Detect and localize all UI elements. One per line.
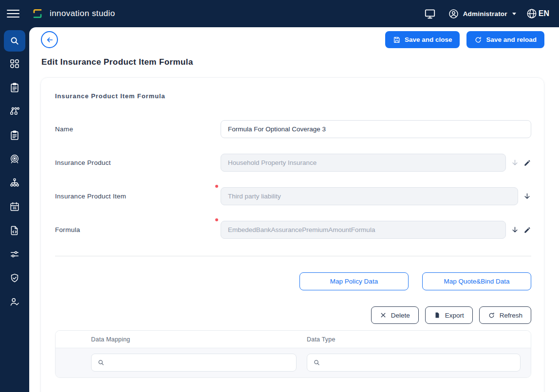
category-icon xyxy=(9,58,20,69)
sidebar-item-workflow[interactable] xyxy=(0,99,29,123)
user-name: Administrator xyxy=(463,10,507,18)
clipboard-icon xyxy=(9,82,20,93)
formula-input[interactable] xyxy=(221,221,506,239)
insurance-product-item-input[interactable] xyxy=(221,187,518,205)
section-title: Insurance Product Item Formula xyxy=(55,92,531,100)
edit-pencil-icon[interactable] xyxy=(523,159,531,167)
insurance-product-label: Insurance Product xyxy=(55,159,221,166)
sidebar: 31 xyxy=(0,27,29,392)
svg-text:31: 31 xyxy=(13,206,17,210)
sliders-icon xyxy=(9,249,20,260)
column-header-data-mapping: Data Mapping xyxy=(91,336,307,343)
map-quote-bind-data-button[interactable]: Map Quote&Bind Data xyxy=(422,272,531,290)
field-row-insurance-product-item: Insurance Product Item xyxy=(55,187,531,205)
reload-icon xyxy=(474,36,482,44)
dropdown-arrow-icon[interactable] xyxy=(511,226,519,234)
save-and-close-label: Save and close xyxy=(405,36,452,43)
user-menu[interactable]: Administrator xyxy=(448,8,516,19)
file-code-icon xyxy=(9,225,20,236)
sidebar-item-category[interactable] xyxy=(0,52,29,75)
search-icon xyxy=(9,36,20,46)
back-button[interactable] xyxy=(41,31,58,48)
insurance-product-item-label: Insurance Product Item xyxy=(55,193,221,200)
sidebar-item-tasks[interactable] xyxy=(0,75,29,99)
formula-label: Formula xyxy=(55,226,221,233)
refresh-label: Refresh xyxy=(500,312,522,319)
sidebar-item-file-code[interactable] xyxy=(0,218,29,242)
shield-check-icon xyxy=(9,273,20,284)
sidebar-item-search[interactable] xyxy=(4,30,25,52)
globe-icon xyxy=(526,8,538,19)
name-label: Name xyxy=(55,125,221,133)
save-and-close-button[interactable]: Save and close xyxy=(385,31,460,48)
user-avatar-icon xyxy=(448,8,459,19)
save-and-reload-label: Save and reload xyxy=(486,36,537,43)
brand-name: innovation studio xyxy=(50,9,115,18)
section-divider xyxy=(55,256,531,256)
map-policy-data-button[interactable]: Map Policy Data xyxy=(299,272,409,290)
clipboard-list-icon xyxy=(9,130,20,141)
table-filter-row xyxy=(56,348,531,377)
hierarchy-icon xyxy=(9,178,20,188)
sidebar-item-user-approval[interactable] xyxy=(0,290,29,314)
monitor-icon[interactable] xyxy=(424,7,436,20)
language-code: EN xyxy=(539,9,549,18)
topbar: innovation studio Administrator xyxy=(0,0,559,27)
data-mapping-filter[interactable] xyxy=(91,354,297,372)
data-mapping-table: Data Mapping Data Type xyxy=(55,330,531,378)
refresh-icon xyxy=(488,312,495,319)
sidebar-item-security[interactable] xyxy=(0,266,29,290)
dropdown-arrow-icon xyxy=(511,159,519,167)
page-title: Edit Insurance Product Item Formula xyxy=(41,57,559,67)
user-check-icon xyxy=(9,297,20,307)
sidebar-item-calendar[interactable]: 31 xyxy=(0,195,29,218)
form-card: Insurance Product Item Formula Name Insu… xyxy=(40,77,544,392)
sidebar-item-forms[interactable] xyxy=(0,123,29,147)
sidebar-item-hierarchy[interactable] xyxy=(0,171,29,195)
edit-pencil-icon[interactable] xyxy=(523,226,531,234)
delete-button[interactable]: Delete xyxy=(371,306,419,324)
export-label: Export xyxy=(445,312,464,319)
brand-logo-icon xyxy=(31,7,44,20)
delete-label: Delete xyxy=(391,312,410,319)
field-row-formula: Formula xyxy=(55,221,531,239)
search-icon xyxy=(97,359,105,366)
chevron-down-icon xyxy=(512,13,516,15)
data-type-filter-input[interactable] xyxy=(324,359,514,366)
save-icon xyxy=(393,36,401,44)
table-header-row: Data Mapping Data Type xyxy=(56,331,531,348)
field-row-insurance-product: Insurance Product xyxy=(55,154,531,172)
file-icon xyxy=(434,312,441,319)
calendar-31-icon: 31 xyxy=(9,201,20,212)
field-row-name: Name xyxy=(55,120,531,138)
workflow-icon xyxy=(9,106,20,117)
dropdown-arrow-icon[interactable] xyxy=(523,192,531,200)
data-type-filter[interactable] xyxy=(307,354,521,372)
refresh-button[interactable]: Refresh xyxy=(479,306,531,324)
language-switcher[interactable]: EN xyxy=(526,8,549,19)
export-button[interactable]: Export xyxy=(425,306,473,324)
hamburger-menu-icon[interactable] xyxy=(7,10,19,18)
main-content: Save and close Save and reload Edit Insu… xyxy=(29,27,559,392)
insurance-product-input[interactable] xyxy=(221,154,506,172)
required-indicator xyxy=(215,185,218,188)
data-mapping-filter-input[interactable] xyxy=(109,359,290,366)
sidebar-item-target[interactable] xyxy=(0,147,29,171)
target-icon xyxy=(9,154,20,164)
save-and-reload-button[interactable]: Save and reload xyxy=(466,31,544,48)
close-x-icon xyxy=(380,312,387,319)
sidebar-item-settings[interactable] xyxy=(0,242,29,266)
column-header-data-type: Data Type xyxy=(307,336,531,343)
required-indicator xyxy=(215,218,218,221)
name-input[interactable] xyxy=(221,120,531,138)
search-icon xyxy=(313,359,320,366)
